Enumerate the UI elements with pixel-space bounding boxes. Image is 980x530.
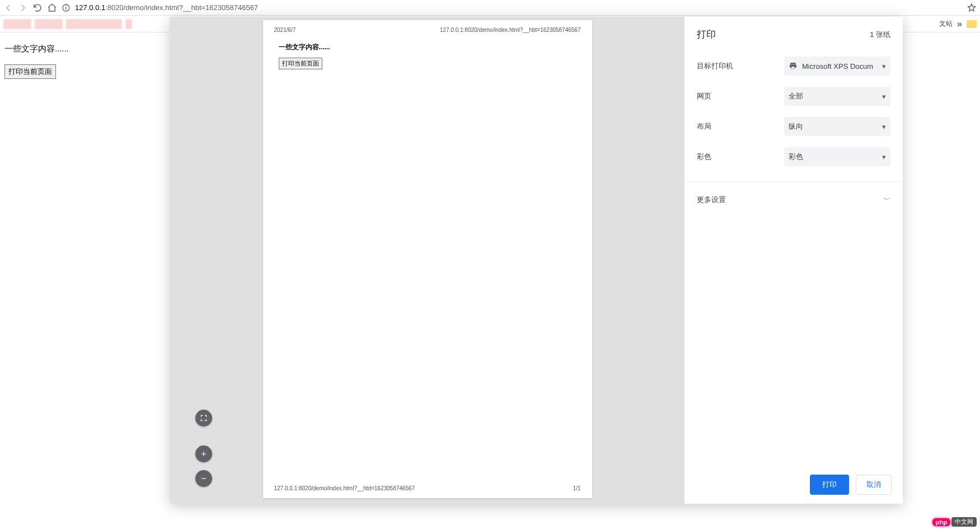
address-bar[interactable]: 127.0.0.1:8020/demo/index.html?__hbt=162… — [75, 3, 258, 12]
layout-dropdown[interactable]: 纵向 ▾ — [784, 117, 890, 136]
bookmarks-overflow-icon[interactable]: » — [957, 19, 962, 29]
destination-value: Microsoft XPS Docum — [802, 62, 882, 71]
watermark-text: 中文网 — [951, 517, 977, 527]
site-info-icon[interactable] — [62, 3, 71, 12]
chevron-down-icon: ▾ — [882, 153, 886, 161]
chevron-down-icon: ▾ — [882, 92, 886, 101]
preview-date: 2021/6/7 — [274, 27, 296, 33]
svg-rect-2 — [65, 6, 66, 6]
bookmark-star-icon[interactable] — [967, 3, 977, 13]
svg-rect-1 — [65, 7, 66, 10]
print-preview-pane: 2021/6/7 127.0.0.1:8020/demo/index.html?… — [170, 17, 684, 504]
preview-footer-url: 127.0.0.1:8020/demo/index.html?__hbt=162… — [274, 485, 415, 491]
bookmark-item[interactable] — [125, 19, 132, 29]
chevron-down-icon: ﹀ — [883, 195, 890, 205]
chevron-down-icon: ▾ — [882, 123, 886, 131]
zoom-out-button[interactable] — [195, 470, 212, 487]
browser-toolbar: 127.0.0.1:8020/demo/index.html?__hbt=162… — [0, 0, 980, 16]
color-dropdown[interactable]: 彩色 ▾ — [784, 147, 890, 166]
bookmark-item[interactable] — [66, 19, 122, 29]
reload-icon[interactable] — [32, 3, 43, 13]
url-port: :8020 — [105, 3, 124, 12]
preview-body-text: 一些文字内容...... — [279, 43, 576, 52]
forward-icon[interactable] — [18, 3, 28, 13]
bookmark-item[interactable] — [3, 19, 31, 29]
print-dialog: 2021/6/7 127.0.0.1:8020/demo/index.html?… — [170, 17, 903, 504]
zoom-in-button[interactable] — [195, 445, 212, 462]
bookmark-end-label[interactable]: 文站 — [939, 19, 953, 29]
cancel-button[interactable]: 取消 — [856, 475, 892, 495]
watermark-badge: php — [932, 518, 950, 526]
preview-page: 2021/6/7 127.0.0.1:8020/demo/index.html?… — [263, 20, 592, 498]
bookmark-folder-icon[interactable] — [967, 20, 977, 28]
pages-label: 网页 — [697, 91, 784, 101]
pages-value: 全部 — [789, 91, 882, 101]
print-settings-pane: 打印 1 张纸 目标打印机 Microsoft XPS Docum ▾ 网页 全… — [684, 17, 903, 504]
destination-label: 目标打印机 — [697, 61, 784, 71]
watermark: php 中文网 — [932, 517, 977, 527]
back-icon[interactable] — [3, 3, 13, 13]
preview-title: 127.0.0.1:8020/demo/index.html?__hbt=162… — [440, 27, 581, 33]
layout-value: 纵向 — [789, 121, 882, 132]
layout-label: 布局 — [697, 121, 784, 132]
page-body: 一些文字内容...... 打印当前页面 — [0, 32, 146, 530]
print-sheet-count: 1 张纸 — [870, 30, 890, 40]
page-text: 一些文字内容...... — [4, 44, 141, 54]
more-settings-toggle[interactable]: 更多设置 ﹀ — [697, 195, 890, 205]
url-path: /demo/index.html?__hbt=1623058746567 — [124, 3, 258, 12]
fit-to-page-button[interactable] — [195, 410, 212, 426]
preview-print-button: 打印当前页面 — [279, 58, 322, 69]
pages-dropdown[interactable]: 全部 ▾ — [784, 87, 890, 106]
preview-page-number: 1/1 — [573, 485, 581, 491]
color-value: 彩色 — [789, 152, 882, 162]
color-label: 彩色 — [697, 152, 784, 162]
printer-icon — [789, 62, 798, 71]
home-icon[interactable] — [47, 3, 57, 13]
url-host: 127.0.0.1 — [75, 3, 105, 12]
print-button[interactable]: 打印 — [810, 475, 849, 495]
preview-float-controls — [195, 410, 212, 487]
print-title: 打印 — [697, 28, 716, 41]
page-print-button[interactable]: 打印当前页面 — [4, 64, 56, 79]
chevron-down-icon: ▾ — [882, 62, 886, 71]
more-settings-label: 更多设置 — [697, 195, 726, 205]
destination-dropdown[interactable]: Microsoft XPS Docum ▾ — [784, 57, 890, 76]
bookmark-item[interactable] — [35, 19, 63, 29]
